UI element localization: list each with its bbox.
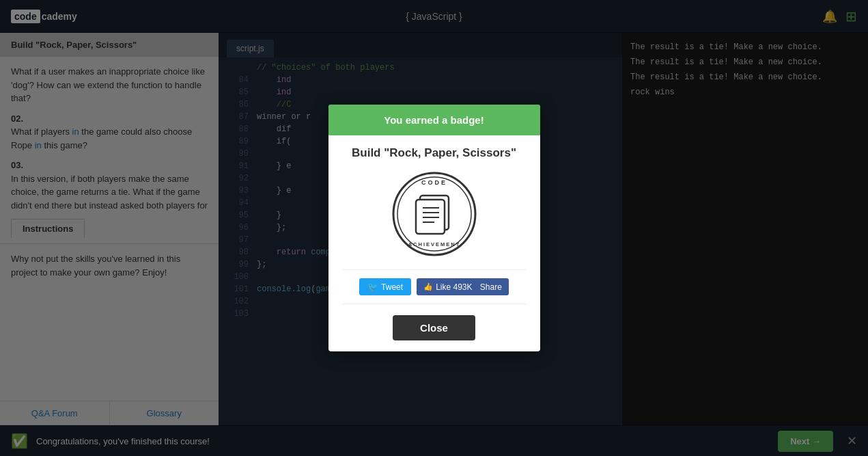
facebook-like-button[interactable]: 👍 Like 493K Share <box>417 278 509 295</box>
twitter-icon: 🐦 <box>367 282 378 292</box>
modal-body: Build "Rock, Paper, Scissors" CODE A <box>328 135 540 351</box>
badge-svg: CODE ACHIEVEMENT <box>390 170 479 258</box>
svg-text:ACHIEVEMENT: ACHIEVEMENT <box>408 241 460 247</box>
modal-header: You earned a badge! <box>328 105 540 135</box>
facebook-icon: 👍 <box>423 282 433 291</box>
close-modal-button[interactable]: Close <box>393 315 475 340</box>
svg-text:CODE: CODE <box>421 179 447 186</box>
modal-social: 🐦 Tweet 👍 Like 493K Share <box>342 269 527 304</box>
modal-overlay[interactable]: You earned a badge! Build "Rock, Paper, … <box>0 0 868 456</box>
tweet-button[interactable]: 🐦 Tweet <box>359 278 411 295</box>
modal-title: Build "Rock, Paper, Scissors" <box>342 146 527 160</box>
badge-modal: You earned a badge! Build "Rock, Paper, … <box>328 105 540 351</box>
